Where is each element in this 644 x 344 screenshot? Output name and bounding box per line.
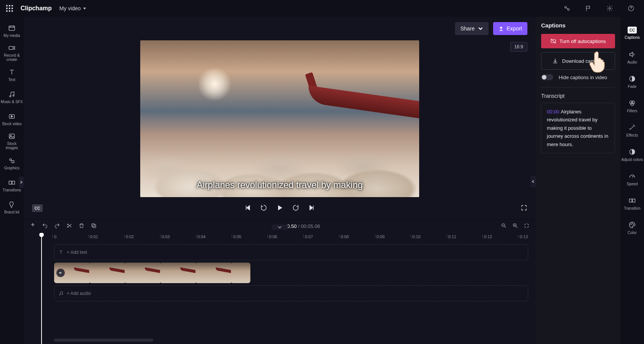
preview-collapse-handle[interactable]	[272, 225, 288, 230]
timeline[interactable]: 00:010:020:030:040:050:060:070:080:090:1…	[24, 233, 536, 344]
video-track[interactable]	[54, 263, 528, 283]
redo-button[interactable]	[54, 223, 60, 230]
sidebar-expand-handle[interactable]	[19, 177, 24, 188]
sidebar-item-brand-kit[interactable]: Brand kit	[1, 197, 23, 218]
svg-rect-14	[12, 181, 15, 184]
skip-start-button[interactable]	[244, 204, 252, 213]
sidebar-left: My media Record & create Text Music & SF…	[0, 17, 24, 344]
clip-thumb[interactable]	[160, 263, 196, 283]
sidebar-right-effects[interactable]: Effects	[621, 119, 643, 142]
fullscreen-button[interactable]	[521, 204, 527, 212]
copy-button[interactable]	[91, 223, 97, 230]
svg-point-21	[59, 294, 60, 295]
audio-track[interactable]: + Add audio	[54, 285, 528, 301]
sidebar-right-filters[interactable]: Filters	[621, 95, 643, 117]
share-label: Share	[460, 25, 474, 32]
flag-icon[interactable]	[582, 2, 595, 15]
sidebar-right-fade[interactable]: Fade	[621, 71, 643, 93]
sbr-label: Adjust colors	[621, 158, 643, 162]
text-track-placeholder: + Add text	[67, 250, 87, 255]
clip-thumb[interactable]	[90, 263, 125, 283]
sidebar-right-adjust-colors[interactable]: Adjust colors	[621, 144, 643, 166]
sbr-label: Filters	[627, 109, 637, 113]
sbr-label: Audio	[627, 60, 637, 64]
svg-rect-9	[9, 134, 14, 139]
ruler-tick: 0:03	[162, 234, 170, 239]
app-launcher-icon[interactable]	[6, 5, 13, 12]
sidebar-item-text[interactable]: Text	[1, 65, 23, 85]
panel-collapse-handle[interactable]	[530, 176, 536, 187]
clip-thumb[interactable]	[196, 263, 232, 283]
export-button[interactable]: Export	[493, 22, 527, 35]
brand-icon	[8, 201, 16, 209]
ruler-tick: 0:08	[341, 234, 349, 239]
play-button[interactable]	[276, 204, 284, 213]
clip-thumb[interactable]	[231, 263, 250, 283]
download-icon	[552, 58, 558, 64]
ruler-tick: 0:11	[448, 234, 456, 239]
svg-point-33	[633, 224, 634, 225]
help-icon[interactable]	[624, 2, 638, 15]
sparkle-tool[interactable]	[30, 223, 36, 230]
forward-button[interactable]	[292, 204, 300, 213]
timeline-scrollbar[interactable]	[54, 339, 153, 342]
chevron-down-icon	[478, 26, 483, 31]
split-button[interactable]	[66, 223, 72, 230]
ruler-tick: 0:05	[233, 234, 241, 239]
sidebar-label: Transitions	[3, 188, 21, 192]
cc-icon: CC	[628, 27, 637, 33]
skip-end-button[interactable]	[308, 204, 316, 213]
transition-icon	[628, 197, 636, 204]
rewind-button[interactable]	[260, 204, 268, 213]
camera-icon	[8, 44, 16, 52]
sidebar-item-record[interactable]: Record & create	[1, 43, 23, 63]
sbr-label: Captions	[625, 35, 639, 40]
video-preview[interactable]: Airplanes revolutionized travel by makin…	[140, 40, 419, 197]
zoom-fit-button[interactable]	[524, 223, 530, 230]
cc-toggle[interactable]: CC	[32, 204, 43, 212]
zoom-out-button[interactable]	[501, 223, 507, 230]
text-icon	[58, 250, 64, 255]
sbr-label: Transition	[624, 206, 641, 210]
text-icon	[8, 68, 16, 76]
timecode: 00:00.50 / 00:05.06	[103, 223, 495, 229]
timeline-ruler[interactable]: 00:010:020:030:040:050:060:070:080:090:1…	[54, 233, 528, 242]
sidebar-right-speed[interactable]: Speed	[621, 168, 643, 190]
settings-icon[interactable]	[603, 2, 617, 15]
hide-captions-toggle[interactable]	[541, 74, 553, 80]
preview-wing	[305, 78, 419, 135]
svg-rect-30	[633, 199, 635, 202]
clip-thumb[interactable]	[54, 263, 90, 283]
sidebar-right-captions[interactable]: CC Captions	[621, 22, 643, 44]
clip-thumb[interactable]	[125, 263, 161, 283]
sidebar-right-color[interactable]: Color	[621, 217, 643, 239]
download-captions-button[interactable]: Download captions	[541, 52, 615, 70]
text-track[interactable]: + Add text	[54, 244, 528, 260]
divider	[541, 87, 615, 88]
aspect-ratio-badge[interactable]: 16:9	[510, 42, 527, 52]
zoom-in-button[interactable]	[512, 223, 518, 230]
sidebar-right-audio[interactable]: Audio	[621, 46, 643, 68]
svg-point-2	[609, 8, 611, 10]
undo-button[interactable]	[42, 223, 48, 230]
sidebar-item-stock-video[interactable]: Stock video	[1, 109, 23, 129]
turn-off-autocaptions-button[interactable]: Turn off autocaptions	[541, 34, 615, 48]
project-name-dropdown[interactable]: My video	[59, 5, 86, 11]
sidebar-item-graphics[interactable]: Graphics	[1, 153, 23, 174]
integrations-icon[interactable]	[560, 2, 574, 15]
sidebar-label: Brand kit	[4, 210, 19, 214]
transcript-entry[interactable]: 00:00Airplanes revolutionized travel by …	[541, 103, 615, 153]
transcript-text: Airplanes revolutionized travel by makin…	[547, 109, 608, 147]
sidebar-right-transition[interactable]: Transition	[621, 193, 643, 215]
svg-rect-12	[12, 161, 14, 163]
hide-captions-label: Hide captions in video	[559, 75, 607, 80]
share-button[interactable]: Share	[455, 22, 488, 35]
playhead[interactable]	[41, 233, 42, 344]
sidebar-item-my-media[interactable]: My media	[1, 21, 23, 41]
delete-button[interactable]	[78, 223, 85, 230]
sidebar-item-music[interactable]: Music & SFX	[1, 87, 23, 107]
svg-point-7	[13, 95, 14, 96]
sidebar-item-stock-images[interactable]: Stock images	[1, 131, 23, 151]
ruler-tick: 0:02	[126, 234, 134, 239]
ruler-tick: 0:07	[305, 234, 313, 239]
